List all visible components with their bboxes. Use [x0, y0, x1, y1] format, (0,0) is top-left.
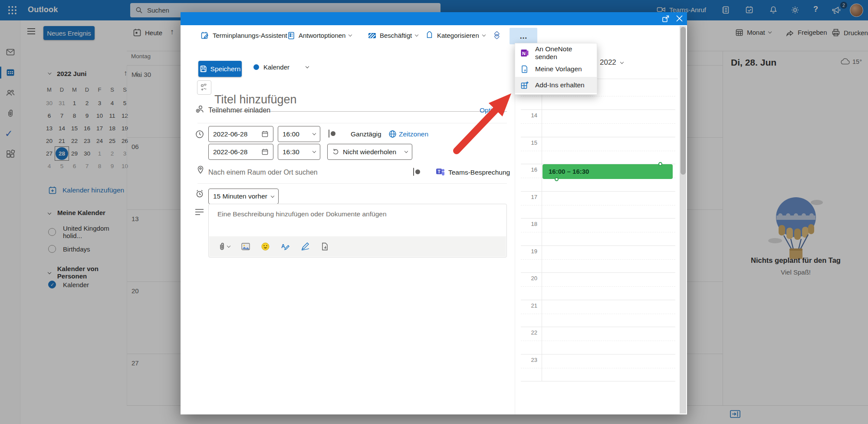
svg-text:N: N: [522, 50, 526, 56]
close-icon[interactable]: [676, 15, 683, 22]
datepicker-icon[interactable]: [261, 148, 269, 156]
busy-status-label: Beschäftigt: [380, 32, 412, 39]
end-time-field[interactable]: 16:30: [278, 144, 320, 160]
teams-meeting-toggle[interactable]: [413, 168, 414, 176]
more-options-button[interactable]: …: [510, 28, 537, 44]
scheduling-assistant-button[interactable]: Terminplanungs-Assistent: [201, 25, 287, 46]
hour-label: 15: [521, 139, 537, 146]
editor-toolbar: A: [209, 236, 506, 257]
title-input[interactable]: Titel hinzufügen: [214, 93, 297, 106]
alarm-icon: [195, 189, 204, 199]
chevron-down-icon: [482, 33, 485, 36]
templates-icon: [520, 65, 529, 73]
chevron-down-icon: [312, 132, 316, 135]
chevron-down-icon: [620, 60, 624, 63]
hour-label: 19: [521, 248, 537, 255]
location-icon: [196, 165, 205, 175]
hour-row[interactable]: 21: [521, 300, 675, 327]
hour-row[interactable]: 18: [521, 218, 675, 245]
calendar-color-dot: [253, 64, 259, 70]
clock-icon: [195, 129, 204, 139]
gutter-line: [542, 79, 542, 381]
attendees-input[interactable]: Teilnehmer einladen: [208, 106, 270, 114]
day-preview-grid: 14 15 16 17 18 19 20 21 22 23: [521, 109, 675, 381]
repeat-icon: [332, 148, 339, 156]
hour-row[interactable]: 23: [521, 354, 675, 381]
chevron-down-icon: [349, 33, 352, 36]
globe-icon: [388, 130, 397, 138]
invite-attendees-icon: [196, 104, 206, 114]
chevron-down-icon: [312, 149, 316, 153]
end-date-field[interactable]: 2022-06-28: [208, 144, 273, 160]
busy-status-button[interactable]: Beschäftigt: [368, 25, 418, 46]
teams-icon: T: [435, 167, 445, 177]
timezones-link[interactable]: Zeitzonen: [399, 130, 428, 138]
categorize-label: Kategorisieren: [437, 32, 479, 39]
description-placeholder: Eine Beschreibung hinzufügen oder Dokume…: [217, 210, 387, 218]
svg-text:A: A: [281, 243, 285, 249]
menu-item-send-to-onenote[interactable]: N An OneNote senden: [515, 45, 597, 61]
scrollbar-thumb[interactable]: [681, 27, 686, 175]
hour-label: 14: [521, 112, 537, 119]
hour-label: 17: [521, 194, 537, 200]
scheduling-assistant-label: Terminplanungs-Assistent: [213, 32, 287, 39]
datepicker-icon[interactable]: [261, 130, 269, 138]
menu-item-my-templates[interactable]: Meine Vorlagen: [515, 61, 597, 77]
draw-pen-button[interactable]: [301, 242, 310, 251]
grid-bottom-line: [521, 381, 675, 381]
reminder-dropdown[interactable]: 15 Minuten vorher: [208, 189, 279, 204]
hour-label: 16: [521, 166, 537, 173]
chevron-down-icon: [415, 33, 418, 36]
emoji-charm-picker[interactable]: [197, 80, 211, 95]
all-day-toggle[interactable]: [329, 129, 329, 138]
insert-image-button[interactable]: [241, 243, 250, 250]
hour-row[interactable]: 22: [521, 327, 675, 354]
chevron-down-icon: [306, 65, 309, 68]
categorize-button[interactable]: Kategorisieren: [425, 25, 485, 46]
resize-handle-top[interactable]: [658, 162, 662, 166]
hour-row[interactable]: 19: [521, 245, 675, 273]
format-text-button[interactable]: A: [281, 242, 289, 251]
half-hour-line: [521, 96, 675, 96]
save-label: Speichern: [210, 65, 241, 73]
location-input[interactable]: Nach einem Raum oder Ort suchen: [208, 169, 318, 176]
onenote-icon: N: [520, 49, 529, 57]
event-compose-dialog: Terminplanungs-Assistent Antwortoptionen…: [181, 12, 687, 414]
hour-label: 18: [521, 221, 537, 227]
annotation-arrow: [443, 85, 519, 156]
dialog-command-bar: Terminplanungs-Assistent Antwortoptionen…: [181, 25, 687, 46]
hour-row[interactable]: 17: [521, 191, 675, 219]
calendar-selector[interactable]: Kalender: [253, 63, 309, 71]
save-button[interactable]: Speichern: [198, 61, 242, 77]
insert-file-button[interactable]: [321, 242, 329, 251]
emoji-button[interactable]: [261, 242, 270, 251]
hour-row[interactable]: 15: [521, 137, 675, 164]
response-options-label: Antwortoptionen: [299, 32, 345, 39]
resize-handle-bottom[interactable]: [555, 177, 559, 181]
repeat-dropdown[interactable]: Nicht wiederholen: [327, 144, 412, 160]
hour-label: 23: [521, 357, 537, 363]
dialog-scrollbar[interactable]: [680, 26, 686, 414]
description-icon: [195, 209, 204, 215]
chevron-down-icon: [227, 244, 230, 248]
start-date-field[interactable]: 2022-06-28: [208, 126, 273, 142]
popout-icon[interactable]: [662, 15, 670, 23]
response-options-button[interactable]: Antwortoptionen: [287, 25, 352, 46]
apps-diamond-icon[interactable]: [492, 31, 501, 40]
event-block[interactable]: 16:00 – 16:30: [542, 164, 673, 179]
hour-label: 20: [521, 275, 537, 282]
description-editor[interactable]: Eine Beschreibung hinzufügen oder Dokume…: [208, 204, 507, 258]
dialog-titlebar[interactable]: [181, 12, 687, 25]
hour-label: 22: [521, 329, 537, 336]
hour-row[interactable]: 20: [521, 272, 675, 300]
start-time-field[interactable]: 16:00: [278, 126, 320, 142]
attach-file-button[interactable]: [219, 242, 230, 251]
svg-text:T: T: [437, 169, 440, 174]
chevron-down-icon: [271, 194, 274, 197]
menu-item-get-addins[interactable]: Add-Ins erhalten: [515, 77, 597, 93]
hour-row[interactable]: 14: [521, 109, 675, 137]
all-day-label: Ganztägig: [351, 130, 381, 138]
preview-date-header[interactable]: 2022: [600, 58, 623, 67]
hour-label: 21: [521, 302, 537, 309]
teams-meeting-label: Teams-Besprechung: [448, 169, 510, 176]
